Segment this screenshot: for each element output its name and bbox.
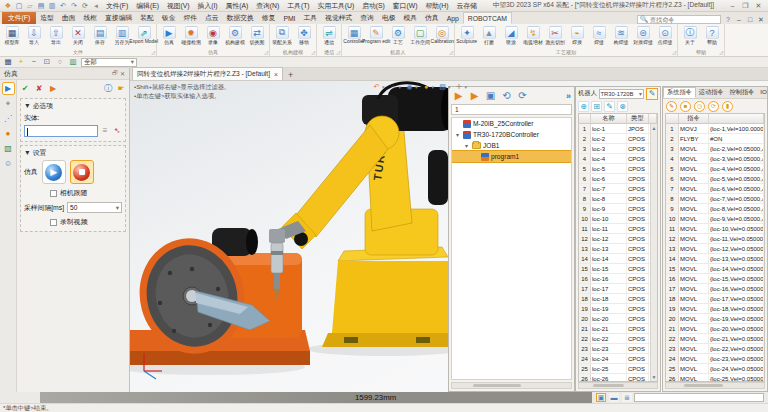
command-row[interactable]: 18MOVL{loc-17,Vel=0.05000,A	[666, 294, 764, 304]
commands-col-header[interactable]: 指令	[679, 114, 709, 123]
point-row[interactable]: 19loc-19CPOS1	[579, 304, 657, 314]
display-icon[interactable]: ⊡	[42, 58, 52, 67]
ribbon-button-工艺[interactable]: ⚙工艺	[387, 25, 409, 48]
close-panel-icon[interactable]: ✕	[120, 70, 125, 77]
tree-hscrollbar[interactable]	[451, 382, 572, 389]
ribbon-button-点焊缝[interactable]: ⊙点焊缝	[654, 25, 676, 48]
section-header[interactable]: ▼ 设置	[24, 148, 122, 158]
points-col-header[interactable]: 类型	[627, 114, 649, 123]
select-circle-tool[interactable]: ◌▾	[389, 82, 402, 91]
ribbon-tab-线框[interactable]: 线框	[79, 12, 101, 24]
command-row[interactable]: 10MOVL{loc-9,Vel=0.05000,A	[666, 214, 764, 224]
ribbon-button-电弧增材[interactable]: ↯电弧增材	[522, 25, 544, 48]
ribbon-button-帮助[interactable]: ?帮助	[701, 25, 723, 48]
section-header[interactable]: ▼ 必选项	[24, 101, 122, 111]
ok-icon[interactable]: ✔	[20, 84, 30, 94]
search-input[interactable]	[650, 16, 718, 23]
point-row[interactable]: 17loc-17CPOS1	[579, 284, 657, 294]
point-row[interactable]: 10loc-10CPOS1	[579, 214, 657, 224]
ribbon-tab-pmi[interactable]: PMI	[279, 12, 299, 24]
ribbon-button-移动[interactable]: ✥移动	[293, 25, 315, 48]
ribbon-button-焊缝[interactable]: ≈焊缝	[588, 25, 610, 48]
ribbon-tab-曲面[interactable]: 曲面	[58, 12, 80, 24]
command-row[interactable]: 25MOVL{loc-24,Vel=0.05000,A	[666, 364, 764, 374]
viewport-btn-icon[interactable]: ▣	[596, 393, 606, 402]
record-point-icon[interactable]: ⊕	[578, 101, 589, 112]
pause-cmd-icon[interactable]: ▮	[722, 101, 733, 112]
menu-item-11[interactable]: 云存储	[452, 1, 480, 11]
app-logo-icon[interactable]: ❖	[3, 1, 13, 11]
menu-item-0[interactable]: 文件(F)	[102, 1, 132, 11]
command-row[interactable]: 26MOVL{loc-25,Vel=0.05000,A	[666, 374, 764, 381]
command-row[interactable]: 15MOVL{loc-14,Vel=0.05000,A	[666, 264, 764, 274]
ribbon-button-Program edit[interactable]: ✎Program edit	[365, 25, 387, 48]
ribbon-button-对接焊缝[interactable]: ⊜对接焊缝	[632, 25, 654, 48]
commands-col-header[interactable]	[709, 114, 764, 123]
point-row[interactable]: 12loc-12CPOS1	[579, 234, 657, 244]
regen-icon[interactable]: ⟳	[80, 1, 90, 11]
doc-close-icon[interactable]: ✕	[756, 14, 766, 24]
ribbon-button-碰撞检测[interactable]: ✹碰撞检测	[180, 25, 202, 48]
command-row[interactable]: 6MOVL{loc-5,Vel=0.05000,A	[666, 174, 764, 184]
ribbon-button-仿真[interactable]: ▶仿真	[158, 25, 180, 48]
command-search[interactable]: 🔍	[637, 15, 721, 24]
save-file-icon[interactable]: ▤	[36, 1, 46, 11]
run-all-icon[interactable]: ▶	[468, 89, 481, 102]
new-tab-button[interactable]: +	[288, 70, 293, 80]
undo-icon[interactable]: ↶	[58, 1, 68, 11]
entity-input[interactable]	[24, 125, 98, 137]
point-row[interactable]: 14loc-14CPOS1	[579, 254, 657, 264]
points-col-header[interactable]	[579, 114, 591, 123]
material-ball-tool[interactable]: ●▾	[422, 82, 435, 91]
command-tab-IO指令[interactable]: IO指令	[757, 87, 767, 98]
ribbon-button-构焊缝[interactable]: ≋构焊缝	[610, 25, 632, 48]
ribbon-button-导入[interactable]: ⇩导入	[23, 25, 45, 48]
ribbon-button-Controller[interactable]: ▦Controller	[343, 25, 365, 48]
view-prev-icon[interactable]: ◂	[91, 1, 101, 11]
ribbon-button-装配关系[interactable]: ⧉装配关系	[271, 25, 293, 48]
point-row[interactable]: 16loc-16CPOS1	[579, 274, 657, 284]
ribbon-tab-直接编辑[interactable]: 直接编辑	[101, 12, 136, 24]
menu-item-8[interactable]: 启动(S)	[358, 1, 389, 11]
menu-item-4[interactable]: 属性(A)	[222, 1, 253, 11]
ribbon-tab-工具[interactable]: 工具	[300, 12, 322, 24]
dialog-launcher-icon[interactable]: ◿	[672, 49, 676, 55]
points-col-header[interactable]: 名称	[591, 114, 627, 123]
restore-window-button[interactable]: ❐	[739, 1, 752, 11]
ribbon-button-切换图[interactable]: ⇄切换图	[246, 25, 268, 48]
ribbon-button-通信[interactable]: ⇌通信	[318, 25, 340, 48]
ribbon-button-Export Model[interactable]: ⇗Export Model	[133, 25, 155, 48]
ribbon-tab-app[interactable]: App	[443, 12, 463, 24]
command-input-field[interactable]	[634, 393, 764, 402]
ribbon-tab-装配[interactable]: 装配	[136, 12, 158, 24]
ribbon-tab-robotcam[interactable]: ROBOTCAM	[463, 12, 512, 24]
anchor-tool[interactable]: ✛▾	[455, 82, 468, 91]
dialog-launcher-icon[interactable]: ◿	[151, 49, 155, 55]
point-row[interactable]: 1loc-1JPOS1	[579, 124, 657, 134]
delay-cmd-icon[interactable]: ◷	[694, 101, 705, 112]
ribbon-tab-点云[interactable]: 点云	[201, 12, 223, 24]
robot-select[interactable]: TR30-1720B ▾	[599, 89, 644, 99]
edit-cmd-icon[interactable]: ✎	[666, 101, 677, 112]
insert-point-icon[interactable]: ⊞	[591, 101, 602, 112]
point-row[interactable]: 23loc-23CPOS1	[579, 344, 657, 354]
ribbon-button-焊接[interactable]: ⌁焊接	[566, 25, 588, 48]
point-row[interactable]: 11loc-11CPOS1	[579, 224, 657, 234]
ribbon-tab-视觉样式[interactable]: 视觉样式	[321, 12, 356, 24]
points-col-header[interactable]	[649, 114, 657, 123]
command-row[interactable]: 12MOVL{loc-11,Vel=0.05000,A	[666, 234, 764, 244]
record-simulation-button[interactable]	[70, 160, 94, 184]
command-row[interactable]: 23MOVL{loc-22,Vel=0.05000,A	[666, 344, 764, 354]
stop-cmd-icon[interactable]: ■	[680, 101, 691, 112]
point-row[interactable]: 4loc-4CPOS1	[579, 154, 657, 164]
close-tab-icon[interactable]: ×	[274, 71, 278, 78]
teach-icon[interactable]: ✎	[646, 88, 658, 100]
points-vscrollbar[interactable]: ▲▼	[650, 124, 657, 381]
float-panel-icon[interactable]: 🗗	[112, 70, 118, 77]
ribbon-button-机构建模[interactable]: ⚙机构建模	[224, 25, 246, 48]
apply-icon[interactable]: ▶	[48, 84, 58, 94]
tab-file[interactable]: 文件(F)	[2, 12, 36, 24]
ribbon-tab-焊件[interactable]: 焊件	[179, 12, 201, 24]
command-row[interactable]: 17MOVL{loc-16,Vel=0.05000,A	[666, 284, 764, 294]
doc-min-icon[interactable]: –	[734, 14, 744, 24]
